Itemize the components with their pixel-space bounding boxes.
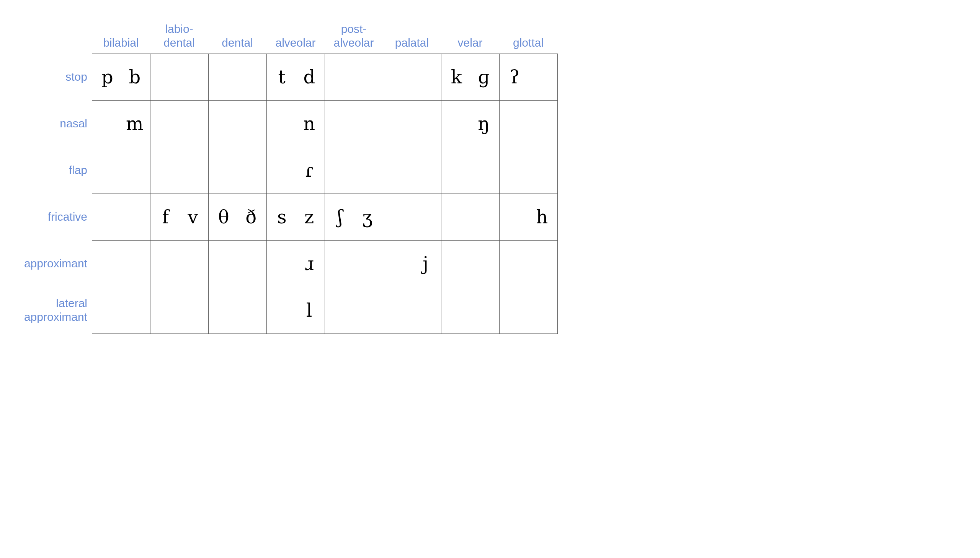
cell-stop-velar: k ɡ <box>441 54 499 100</box>
phoneme: z <box>304 208 315 226</box>
col-header-postalveolar: post- alveolar <box>324 15 383 54</box>
cell-flap-velar <box>441 147 499 194</box>
phoneme: ɾ <box>305 161 315 179</box>
col-header-glottal: glottal <box>499 15 557 54</box>
row-header-flap: flap <box>15 147 92 194</box>
phoneme: ɡ <box>478 68 491 86</box>
cell-fricative-palatal <box>383 194 441 241</box>
phoneme: v <box>188 208 199 226</box>
cell-flap-alveolar: ɾ <box>267 147 325 194</box>
consonant-chart: bilabial labio- dental dental alveolar p… <box>15 15 965 333</box>
cell-fricative-labiodental: f v <box>150 194 209 241</box>
cell-stop-postalveolar <box>324 54 383 100</box>
phoneme: ʔ <box>508 68 519 86</box>
cell-approximant-postalveolar <box>324 240 383 287</box>
phoneme: ʃ <box>336 208 343 226</box>
row-header-nasal: nasal <box>15 100 92 147</box>
phoneme: k <box>450 68 462 86</box>
row-header-lateral-approximant: lateral approximant <box>15 287 92 333</box>
phoneme: d <box>303 68 316 86</box>
col-header-velar: velar <box>441 15 499 54</box>
cell-nasal-dental <box>208 100 267 147</box>
row-header-stop: stop <box>15 54 92 100</box>
cell-nasal-palatal <box>383 100 441 147</box>
cell-nasal-bilabial: m <box>92 100 150 147</box>
phoneme: j <box>423 254 430 273</box>
phoneme: t <box>277 68 286 86</box>
phoneme: b <box>128 68 142 86</box>
cell-fricative-postalveolar: ʃ ʒ <box>324 194 383 241</box>
cell-fricative-alveolar: s z <box>267 194 325 241</box>
cell-approximant-palatal: j <box>383 240 441 287</box>
chart-corner <box>15 15 92 54</box>
cell-stop-alveolar: t d <box>267 54 325 100</box>
cell-nasal-velar: ŋ <box>441 100 499 147</box>
cell-flap-dental <box>208 147 267 194</box>
cell-approximant-glottal <box>499 240 558 287</box>
cell-nasal-labiodental <box>150 100 209 147</box>
col-header-bilabial: bilabial <box>92 15 150 54</box>
col-header-alveolar: alveolar <box>267 15 324 54</box>
cell-approximant-labiodental <box>150 240 209 287</box>
phoneme: θ <box>217 208 229 226</box>
cell-fricative-velar <box>441 194 499 241</box>
cell-fricative-dental: θ ð <box>208 194 267 241</box>
phoneme: p <box>100 68 113 86</box>
phoneme: l <box>306 301 313 319</box>
phoneme: ð <box>245 208 258 226</box>
cell-lateral-alveolar: l <box>267 287 325 334</box>
phoneme: ŋ <box>478 114 491 133</box>
phoneme: ʒ <box>362 208 374 226</box>
row-header-approximant: approximant <box>15 240 92 287</box>
cell-approximant-velar <box>441 240 499 287</box>
cell-lateral-glottal <box>499 287 558 334</box>
phoneme: ɹ <box>305 254 315 273</box>
cell-approximant-alveolar: ɹ <box>267 240 325 287</box>
cell-stop-labiodental <box>150 54 209 100</box>
cell-nasal-postalveolar <box>324 100 383 147</box>
phoneme: n <box>303 114 316 133</box>
col-header-labiodental: labio- dental <box>150 15 208 54</box>
cell-lateral-dental <box>208 287 267 334</box>
cell-lateral-palatal <box>383 287 441 334</box>
cell-fricative-glottal: h <box>499 194 558 241</box>
cell-nasal-glottal <box>499 100 558 147</box>
phoneme: f <box>160 208 169 226</box>
row-header-fricative: fricative <box>15 194 92 240</box>
phoneme: s <box>276 208 287 226</box>
cell-flap-postalveolar <box>324 147 383 194</box>
cell-stop-bilabial: p b <box>92 54 150 100</box>
cell-stop-dental <box>208 54 267 100</box>
cell-stop-palatal <box>383 54 441 100</box>
cell-stop-glottal: ʔ <box>499 54 558 100</box>
cell-lateral-velar <box>441 287 499 334</box>
cell-flap-labiodental <box>150 147 209 194</box>
cell-flap-bilabial <box>92 147 150 194</box>
col-header-dental: dental <box>208 15 267 54</box>
cell-lateral-bilabial <box>92 287 150 334</box>
cell-flap-glottal <box>499 147 558 194</box>
phoneme: m <box>126 114 145 133</box>
col-header-palatal: palatal <box>383 15 441 54</box>
cell-nasal-alveolar: n <box>267 100 325 147</box>
cell-approximant-bilabial <box>92 240 150 287</box>
cell-approximant-dental <box>208 240 267 287</box>
cell-lateral-labiodental <box>150 287 209 334</box>
cell-flap-palatal <box>383 147 441 194</box>
cell-fricative-bilabial <box>92 194 150 241</box>
cell-lateral-postalveolar <box>324 287 383 334</box>
phoneme: h <box>536 208 549 226</box>
